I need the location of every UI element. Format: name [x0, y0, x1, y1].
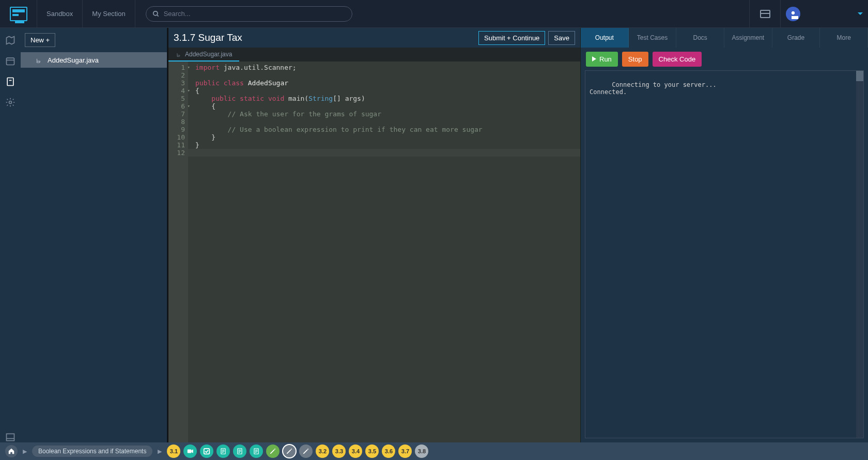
- user-menu[interactable]: [780, 0, 868, 28]
- lesson-node[interactable]: 3.8: [415, 444, 428, 458]
- breadcrumb-unit[interactable]: Boolean Expressions and if Statements: [32, 446, 152, 457]
- lesson-node[interactable]: [283, 444, 296, 458]
- svg-line-1: [157, 14, 158, 16]
- svg-point-5: [9, 101, 12, 104]
- tab-more[interactable]: More: [820, 28, 868, 48]
- file-tabs: AddedSugar.java: [168, 48, 580, 62]
- logo[interactable]: [0, 0, 37, 28]
- pencil-icon: [286, 448, 293, 455]
- breadcrumb-separator: ▶: [156, 448, 164, 455]
- file-tab-label: AddedSugar.java: [185, 51, 232, 58]
- lesson-node[interactable]: 3.1: [167, 444, 180, 458]
- java-file-icon: [35, 56, 42, 64]
- line-gutter: 123456789101112: [168, 62, 188, 442]
- lesson-node[interactable]: [266, 444, 280, 458]
- java-icon: [176, 51, 182, 57]
- tab-assignment[interactable]: Assignment: [724, 28, 772, 48]
- svg-rect-2: [7, 58, 14, 65]
- lesson-node[interactable]: [183, 444, 197, 458]
- calendar-icon[interactable]: [5, 56, 16, 66]
- code-editor[interactable]: 123456789101112 import java.util.Scanner…: [168, 62, 580, 442]
- editor-column: 3.1.7 Sugar Tax Submit + Continue Save A…: [167, 28, 581, 442]
- right-panel: Output Test Cases Docs Assignment Grade …: [581, 28, 868, 442]
- tab-output[interactable]: Output: [581, 28, 629, 48]
- svg-marker-9: [192, 450, 194, 453]
- code-lines[interactable]: import java.util.Scanner; public class A…: [188, 62, 580, 442]
- run-label: Run: [599, 55, 612, 63]
- stop-button[interactable]: Stop: [622, 52, 648, 67]
- console-scrollbar[interactable]: [856, 71, 863, 438]
- lesson-node[interactable]: [216, 444, 230, 458]
- tab-docs[interactable]: Docs: [676, 28, 724, 48]
- layout-toggle[interactable]: [749, 0, 780, 28]
- svg-rect-4: [7, 78, 13, 86]
- search-box[interactable]: [146, 6, 352, 22]
- panel-bottom-icon[interactable]: [5, 432, 16, 442]
- console-output[interactable]: Connecting to your server... Connected.: [585, 70, 864, 438]
- search-wrap: [146, 6, 352, 22]
- lesson-node-strip: 3.13.23.33.43.53.63.73.8: [167, 444, 428, 458]
- icon-sidebar: [0, 28, 21, 442]
- play-icon: [592, 56, 596, 62]
- assignment-title: 3.1.7 Sugar Tax: [174, 32, 242, 43]
- chevron-down-icon: [858, 12, 863, 15]
- save-button[interactable]: Save: [548, 31, 575, 45]
- tab-test-cases[interactable]: Test Cases: [629, 28, 677, 48]
- file-item[interactable]: AddedSugar.java: [21, 52, 167, 68]
- lesson-node[interactable]: 3.6: [382, 444, 395, 458]
- home-button[interactable]: [5, 445, 18, 457]
- lesson-node[interactable]: 3.5: [365, 444, 379, 458]
- pencil-icon: [269, 448, 276, 455]
- editor-header: 3.1.7 Sugar Tax Submit + Continue Save: [168, 28, 580, 48]
- run-button[interactable]: Run: [586, 52, 618, 67]
- file-item-label: AddedSugar.java: [48, 56, 99, 64]
- svg-point-0: [153, 11, 157, 15]
- lesson-node[interactable]: 3.4: [349, 444, 362, 458]
- doc-icon: [253, 448, 260, 455]
- lesson-node[interactable]: [250, 444, 263, 458]
- check-code-button[interactable]: Check Code: [653, 52, 702, 67]
- doc-icon: [236, 448, 243, 455]
- lesson-node[interactable]: 3.2: [316, 444, 329, 458]
- svg-rect-6: [7, 434, 14, 440]
- right-tabs: Output Test Cases Docs Assignment Grade …: [581, 28, 868, 48]
- breadcrumb-separator: ▶: [21, 448, 29, 455]
- pencil-icon: [302, 448, 309, 455]
- lesson-node[interactable]: 3.3: [332, 444, 346, 458]
- svg-rect-10: [204, 449, 210, 454]
- tab-grade[interactable]: Grade: [772, 28, 820, 48]
- avatar: [786, 7, 800, 21]
- file-tab[interactable]: AddedSugar.java: [168, 48, 239, 62]
- svg-rect-8: [188, 450, 192, 453]
- action-row: Run Stop Check Code: [581, 48, 868, 70]
- search-icon: [152, 10, 160, 18]
- new-file-button[interactable]: New +: [25, 33, 55, 47]
- bottom-nav: ▶ Boolean Expressions and if Statements …: [0, 442, 868, 460]
- lesson-node[interactable]: [200, 444, 213, 458]
- map-icon[interactable]: [5, 35, 16, 45]
- video-icon: [187, 448, 194, 455]
- console-text: Connecting to your server... Connected.: [590, 81, 717, 96]
- lesson-node[interactable]: [233, 444, 246, 458]
- doc-icon: [220, 448, 227, 455]
- panel-icon: [760, 10, 770, 18]
- submit-button[interactable]: Submit + Continue: [478, 31, 545, 45]
- home-icon: [8, 448, 15, 455]
- check-icon: [203, 448, 210, 455]
- search-input[interactable]: [164, 10, 346, 18]
- file-panel: New + AddedSugar.java: [21, 28, 167, 442]
- console-scroll-thumb[interactable]: [856, 71, 863, 81]
- lesson-node[interactable]: [299, 444, 313, 458]
- main: New + AddedSugar.java 3.1.7 Sugar Tax Su…: [0, 28, 868, 442]
- nav-my-section[interactable]: My Section: [83, 0, 135, 28]
- gear-icon[interactable]: [5, 97, 16, 108]
- lesson-node[interactable]: 3.7: [398, 444, 412, 458]
- files-icon[interactable]: [5, 76, 16, 87]
- nav-sandbox[interactable]: Sandbox: [37, 0, 83, 28]
- top-nav: Sandbox My Section: [0, 0, 868, 28]
